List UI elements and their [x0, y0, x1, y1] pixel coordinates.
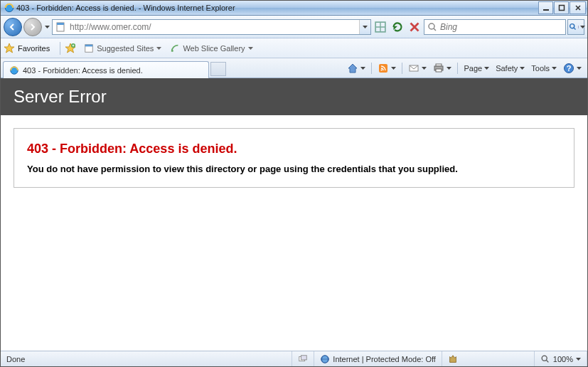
chevron-down-icon	[248, 47, 253, 50]
svg-rect-13	[379, 64, 387, 73]
chevron-down-icon	[360, 67, 365, 70]
status-popup-blocker[interactable]	[292, 351, 314, 366]
status-bar: Done Internet | Protected Mode: Off 100%	[1, 351, 587, 366]
safety-menu[interactable]: Safety	[493, 62, 528, 75]
favorites-label[interactable]: Favorites	[18, 44, 50, 53]
close-button[interactable]	[570, 1, 586, 14]
search-input[interactable]	[440, 20, 565, 34]
ie-page-icon	[9, 65, 19, 75]
svg-point-11	[172, 50, 174, 52]
chevron-down-icon	[520, 67, 525, 70]
search-provider-icon	[427, 21, 438, 33]
address-bar	[52, 19, 371, 35]
error-body: You do not have permission to view this …	[27, 164, 561, 174]
zoom-label: 100%	[553, 355, 573, 363]
forward-button[interactable]	[23, 18, 42, 36]
page-menu[interactable]: Page	[461, 62, 492, 75]
tab-bar: 403 - Forbidden: Access is denied. Page …	[1, 58, 587, 78]
address-input[interactable]	[68, 20, 359, 34]
status-progress	[442, 351, 535, 366]
maximize-button[interactable]	[554, 1, 569, 14]
help-button[interactable]: ?	[560, 60, 584, 76]
window-title: 403 - Forbidden: Access is denied. - Win…	[16, 4, 538, 12]
zoom-control[interactable]: 100%	[535, 351, 587, 366]
web-slice-icon	[170, 43, 180, 53]
suggested-sites-link[interactable]: Suggested Sites	[80, 41, 165, 55]
page-menu-label: Page	[464, 64, 482, 73]
safety-menu-label: Safety	[496, 64, 518, 73]
svg-rect-1	[543, 9, 549, 11]
svg-rect-4	[57, 23, 64, 25]
svg-rect-10	[85, 44, 93, 46]
favorites-bar: Favorites Suggested Sites Web Slice Gall…	[1, 38, 587, 58]
svg-point-6	[429, 23, 434, 29]
address-dropdown[interactable]	[359, 20, 370, 34]
title-bar: 403 - Forbidden: Access is denied. - Win…	[1, 1, 587, 16]
favorites-separator	[60, 42, 60, 55]
web-slice-label: Web Slice Gallery	[183, 44, 245, 53]
server-error-header: Server Error	[1, 78, 587, 115]
navigation-bar	[1, 16, 587, 38]
active-tab[interactable]: 403 - Forbidden: Access is denied.	[3, 61, 209, 78]
page-content: Server Error 403 - Forbidden: Access is …	[1, 78, 587, 351]
error-box: 403 - Forbidden: Access is denied. You d…	[14, 128, 574, 188]
page-icon	[55, 21, 66, 33]
command-bar: Page Safety Tools ?	[344, 60, 587, 78]
svg-rect-22	[301, 355, 307, 359]
tab-title: 403 - Forbidden: Access is denied.	[23, 66, 203, 75]
chevron-down-icon	[552, 67, 557, 70]
svg-point-24	[542, 356, 547, 361]
error-title: 403 - Forbidden: Access is denied.	[27, 142, 561, 156]
svg-point-7	[570, 23, 574, 28]
chevron-down-icon	[447, 67, 451, 70]
favorites-star-icon[interactable]	[4, 43, 15, 54]
tools-menu-label: Tools	[531, 64, 550, 73]
ie-icon	[4, 3, 14, 13]
add-favorite-icon[interactable]	[65, 43, 76, 54]
search-go-button[interactable]	[567, 19, 584, 35]
minimize-button[interactable]	[538, 1, 553, 14]
search-bar	[424, 19, 566, 35]
compatibility-button[interactable]	[373, 19, 388, 35]
status-zone[interactable]: Internet | Protected Mode: Off	[314, 351, 442, 366]
status-zone-label: Internet | Protected Mode: Off	[333, 355, 436, 363]
svg-rect-2	[559, 6, 564, 11]
chevron-down-icon	[156, 47, 161, 50]
tools-menu[interactable]: Tools	[528, 62, 560, 75]
chevron-down-icon	[391, 67, 396, 70]
web-slice-link[interactable]: Web Slice Gallery	[166, 41, 256, 55]
refresh-button[interactable]	[390, 19, 405, 35]
svg-text:?: ?	[567, 64, 572, 73]
home-button[interactable]	[344, 60, 368, 76]
chevron-down-icon	[422, 67, 427, 70]
svg-rect-18	[436, 69, 442, 72]
status-left: Done	[1, 351, 292, 366]
back-button[interactable]	[4, 18, 22, 36]
mail-button[interactable]	[405, 60, 429, 76]
chevron-down-icon	[577, 67, 582, 70]
chevron-down-icon	[484, 67, 489, 70]
print-button[interactable]	[430, 60, 454, 76]
suggested-sites-label: Suggested Sites	[97, 44, 154, 53]
svg-point-14	[381, 70, 383, 71]
suggested-sites-icon	[84, 43, 94, 53]
new-tab-button[interactable]	[210, 62, 226, 76]
nav-history-dropdown[interactable]	[43, 18, 50, 36]
chevron-down-icon	[576, 358, 581, 361]
stop-button[interactable]	[407, 19, 422, 35]
feeds-button[interactable]	[375, 60, 399, 76]
